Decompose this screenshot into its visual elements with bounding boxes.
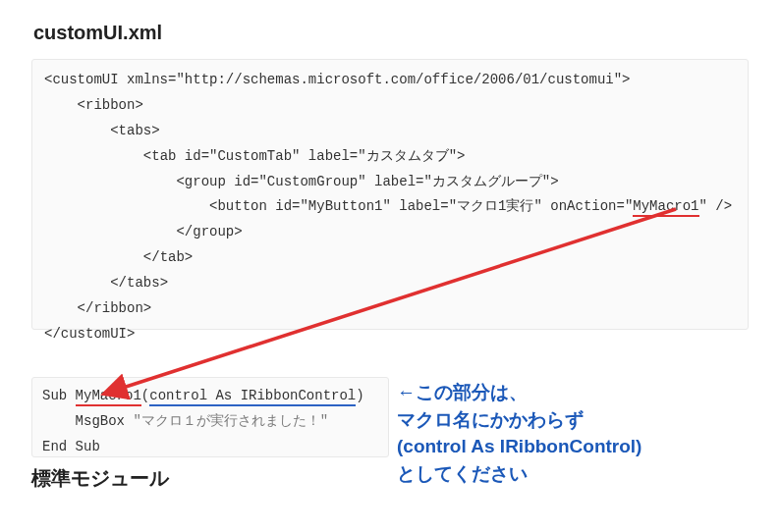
xml-line-8: </tab> [143, 249, 193, 265]
xml-line-3: <tabs> [110, 123, 159, 138]
annotation-line-1: ←この部分は、 [397, 382, 528, 402]
xml-line-2: <ribbon> [78, 97, 143, 113]
code-box-xml: <customUI xmlns="http://schemas.microsof… [31, 59, 749, 330]
annotation-line-4: としてください [397, 463, 528, 484]
vba-macro-name: MyMacro1 [76, 388, 141, 406]
xml-line-5: <group id="CustomGroup" label="カスタムグループ"… [176, 174, 558, 189]
vba-paren-open: ( [141, 388, 149, 403]
xml-line-11: </customUI> [44, 326, 135, 342]
vba-end-sub: End Sub [42, 439, 100, 454]
code-box-vba: Sub MyMacro1(control As IRibbonControl) … [31, 377, 389, 457]
xml-line-9: </tabs> [110, 275, 168, 291]
xml-line-6a: <button id="MyButton1" label="マクロ1実行" on… [209, 198, 633, 214]
title-standard-module: 標準モジュール [31, 465, 169, 492]
vba-sub-keyword: Sub [42, 388, 76, 403]
xml-line-10: </ribbon> [78, 300, 152, 316]
vba-msgbox: MsgBox [42, 413, 133, 429]
xml-line-4: <tab id="CustomTab" label="カスタムタブ"> [143, 148, 466, 164]
annotation-text: ←この部分は、 マクロ名にかかわらず (control As IRibbonCo… [397, 379, 641, 487]
vba-param: control As IRibbonControl [149, 388, 356, 406]
xml-line-7: </group> [176, 224, 242, 239]
vba-msgbox-string: "マクロ１が実行されました！" [133, 413, 328, 429]
vba-paren-close: ) [356, 388, 363, 403]
xml-line-1: <customUI xmlns="http://schemas.microsof… [44, 72, 631, 87]
xml-onaction-value: MyMacro1 [633, 198, 698, 217]
annotation-line-2: マクロ名にかかわらず [397, 409, 584, 430]
xml-line-6c: " /> [699, 198, 733, 214]
title-customui-xml: customUI.xml [33, 22, 162, 44]
annotation-line-3: (control As IRibbonControl) [397, 436, 641, 456]
